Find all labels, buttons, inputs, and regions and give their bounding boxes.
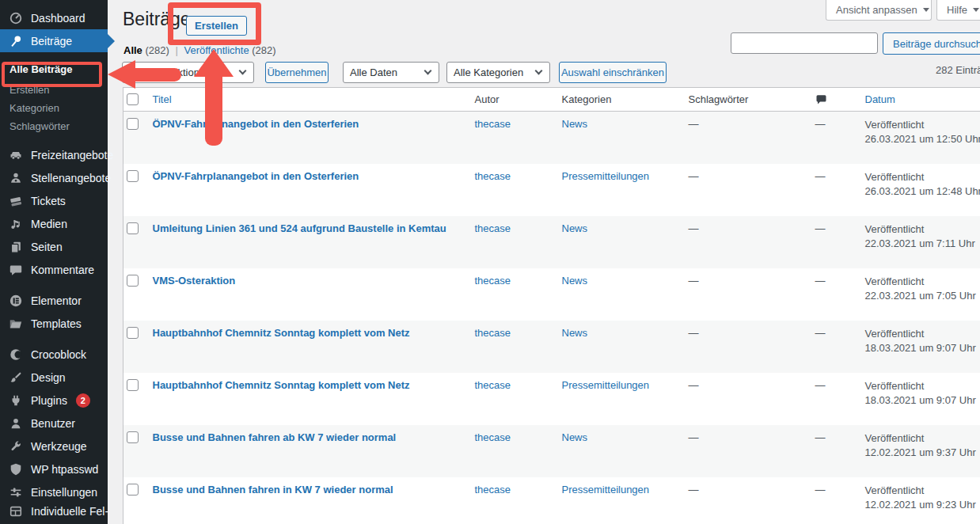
dates-filter-select[interactable]: Alle Daten xyxy=(343,62,439,83)
comments-cell: — xyxy=(812,477,862,524)
row-checkbox[interactable] xyxy=(127,484,139,496)
tags-cell: — xyxy=(686,216,812,268)
author-link[interactable]: thecase xyxy=(475,327,511,339)
submenu-item-alle-beitraege[interactable]: Alle Beiträge xyxy=(0,57,108,81)
post-date: 22.03.2021 um 7:05 Uhr xyxy=(865,290,976,302)
tickets-icon xyxy=(8,193,24,209)
author-link[interactable]: thecase xyxy=(475,222,511,234)
plugin-icon xyxy=(8,393,24,408)
category-link[interactable]: News xyxy=(562,118,588,130)
comments-cell: — xyxy=(812,112,862,164)
table-row: Hauptbahnhof Chemnitz Sonntag komplett v… xyxy=(123,321,980,373)
help-tab[interactable]: Hilfe xyxy=(936,0,980,21)
sidebar-item-kommentare[interactable]: Kommentare xyxy=(0,258,108,281)
select-all-checkbox[interactable] xyxy=(127,93,139,105)
author-link[interactable]: thecase xyxy=(475,170,511,182)
search-input[interactable] xyxy=(731,32,878,54)
post-title-link[interactable]: ÖPNV-Fahrplanangebot in den Osterferien xyxy=(153,170,359,182)
category-link[interactable]: News xyxy=(562,327,588,339)
screen-options-label: Ansicht anpassen xyxy=(836,4,917,16)
row-checkbox[interactable] xyxy=(127,222,139,234)
view-all-link[interactable]: Alle xyxy=(123,44,142,56)
post-status: Veröffentlicht xyxy=(865,275,925,287)
category-link[interactable]: Pressemitteilungen xyxy=(562,484,650,496)
sidebar-item-individuelle-felder[interactable]: Individuelle Fel- der xyxy=(0,503,108,524)
table-row: VMS-Osteraktion thecase News — — Veröffe… xyxy=(123,268,980,321)
author-link[interactable]: thecase xyxy=(475,431,511,443)
filter-button[interactable]: Auswahl einschränken xyxy=(559,62,667,83)
comments-cell: — xyxy=(812,373,862,425)
sidebar-item-seiten[interactable]: Seiten xyxy=(0,235,108,258)
screen-options-tab[interactable]: Ansicht anpassen xyxy=(826,0,932,21)
sidebar-item-medien[interactable]: Medien xyxy=(0,212,108,235)
row-checkbox[interactable] xyxy=(127,170,139,182)
tags-cell: — xyxy=(686,425,812,477)
column-header-title[interactable]: Titel xyxy=(150,88,472,112)
row-checkbox[interactable] xyxy=(127,431,139,443)
date-cell: Veröffentlicht18.03.2021 um 9:07 Uhr xyxy=(862,321,980,373)
post-title-link[interactable]: Hauptbahnhof Chemnitz Sonntag komplett v… xyxy=(153,379,410,391)
categories-filter-label: Alle Kategorien xyxy=(454,66,523,78)
category-link[interactable]: Pressemitteilungen xyxy=(562,379,650,391)
author-link[interactable]: thecase xyxy=(475,379,511,391)
post-title-link[interactable]: Umleitung Linien 361 und 524 aufgrund Ba… xyxy=(153,222,446,234)
sidebar-item-templates[interactable]: Templates xyxy=(0,312,108,335)
items-count: 282 Einträge xyxy=(936,64,980,76)
submenu-item-erstellen[interactable]: Erstellen xyxy=(0,81,108,99)
category-link[interactable]: News xyxy=(562,431,588,443)
search-posts-button[interactable]: Beiträge durchsuchen xyxy=(883,32,980,55)
row-checkbox[interactable] xyxy=(127,327,139,339)
bulk-actions-select[interactable]: Mehrfachaktionen xyxy=(122,62,254,83)
post-date: 22.03.2021 um 7:11 Uhr xyxy=(865,237,975,249)
sidebar-item-elementor[interactable]: Elementor xyxy=(0,289,108,312)
post-title-link[interactable]: VMS-Osteraktion xyxy=(153,275,236,287)
author-link[interactable]: thecase xyxy=(475,118,511,130)
view-separator: | xyxy=(175,44,177,56)
author-link[interactable]: thecase xyxy=(475,484,511,496)
sidebar-item-label: Tickets xyxy=(31,195,66,207)
comments-cell: — xyxy=(812,216,862,268)
date-cell: Veröffentlicht12.02.2021 um 9:23 Uhr xyxy=(862,477,980,524)
sidebar-item-plugins[interactable]: Plugins 2 xyxy=(0,389,108,412)
chevron-down-icon xyxy=(424,67,432,75)
post-title-link[interactable]: Busse und Bahnen fahren in KW 7 wieder n… xyxy=(153,484,393,496)
category-link[interactable]: News xyxy=(562,275,588,287)
comment-bubble-icon xyxy=(815,93,827,108)
sidebar-item-crocoblock[interactable]: Crocoblock xyxy=(0,343,108,366)
category-link[interactable]: News xyxy=(562,222,588,234)
post-title-link[interactable]: ÖPNV-Fahrplanangebot in den Osterferien xyxy=(153,118,359,130)
comments-cell: — xyxy=(812,425,862,477)
row-checkbox[interactable] xyxy=(127,275,139,287)
sidebar-item-werkzeuge[interactable]: Werkzeuge xyxy=(0,435,108,458)
submenu-item-schlagwoerter[interactable]: Schlagwörter xyxy=(0,117,108,135)
categories-filter-select[interactable]: Alle Kategorien xyxy=(446,62,550,83)
post-status: Veröffentlicht xyxy=(865,328,925,340)
table-header-row: Titel Autor Kategorien Schlagwörter Datu… xyxy=(123,88,980,112)
dashboard-icon xyxy=(8,10,24,26)
sidebar-item-beitraege[interactable]: Beiträge xyxy=(0,29,108,52)
column-header-comments xyxy=(812,88,862,112)
apply-button[interactable]: Übernehmen xyxy=(265,62,329,83)
tags-cell: — xyxy=(686,477,812,524)
view-published-link[interactable]: Veröffentlichte xyxy=(184,44,249,56)
sidebar-item-stellenangebote[interactable]: Stellenangebote xyxy=(0,166,108,189)
add-new-post-button[interactable]: Erstellen xyxy=(186,16,247,36)
post-title-link[interactable]: Busse und Bahnen fahren ab KW 7 wieder n… xyxy=(153,431,397,443)
sidebar-item-tickets[interactable]: Tickets xyxy=(0,189,108,212)
post-status: Veröffentlicht xyxy=(865,223,925,235)
column-header-date[interactable]: Datum xyxy=(862,88,980,112)
active-menu-arrow xyxy=(108,34,115,48)
sidebar-item-einstellungen[interactable]: Einstellungen xyxy=(0,480,108,503)
post-title-link[interactable]: Hauptbahnhof Chemnitz Sonntag komplett v… xyxy=(153,327,410,339)
sidebar-item-freizeitangebote[interactable]: Freizeitangebote xyxy=(0,143,108,166)
sidebar-item-dashboard[interactable]: Dashboard xyxy=(0,6,108,29)
row-checkbox[interactable] xyxy=(127,118,139,130)
sidebar-item-benutzer[interactable]: Benutzer xyxy=(0,412,108,435)
category-link[interactable]: Pressemitteilungen xyxy=(562,170,650,182)
submenu-item-kategorien[interactable]: Kategorien xyxy=(0,99,108,117)
sidebar-item-wp-htpasswd[interactable]: WP htpasswd xyxy=(0,458,108,480)
row-checkbox[interactable] xyxy=(127,379,139,391)
sidebar-item-label: Plugins xyxy=(31,394,67,407)
author-link[interactable]: thecase xyxy=(475,275,511,287)
sidebar-item-design[interactable]: Design xyxy=(0,366,108,389)
